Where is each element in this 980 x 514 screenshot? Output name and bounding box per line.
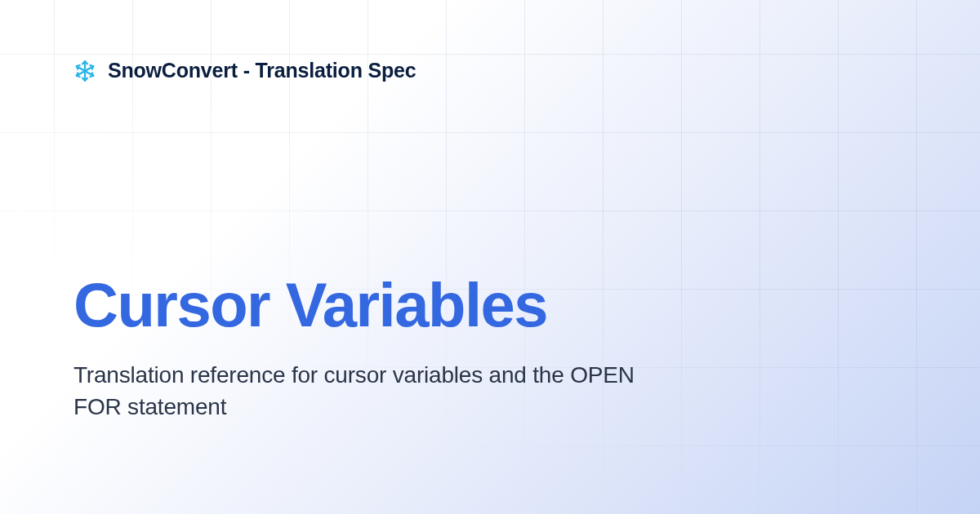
svg-line-8 <box>77 65 80 66</box>
svg-line-12 <box>77 73 78 76</box>
breadcrumb-separator: - <box>238 59 256 82</box>
main-section: Cursor Variables Translation reference f… <box>74 271 906 455</box>
page-title: Cursor Variables <box>74 271 906 339</box>
svg-line-14 <box>92 66 93 69</box>
snowflake-icon <box>74 60 96 82</box>
section-name: Translation Spec <box>256 59 416 82</box>
content-container: SnowConvert - Translation Spec Cursor Va… <box>0 0 980 514</box>
header: SnowConvert - Translation Spec <box>74 59 906 82</box>
product-name: SnowConvert <box>108 59 238 82</box>
page-description: Translation reference for cursor variabl… <box>74 359 686 423</box>
svg-line-10 <box>90 75 93 76</box>
breadcrumb: SnowConvert - Translation Spec <box>108 59 416 82</box>
